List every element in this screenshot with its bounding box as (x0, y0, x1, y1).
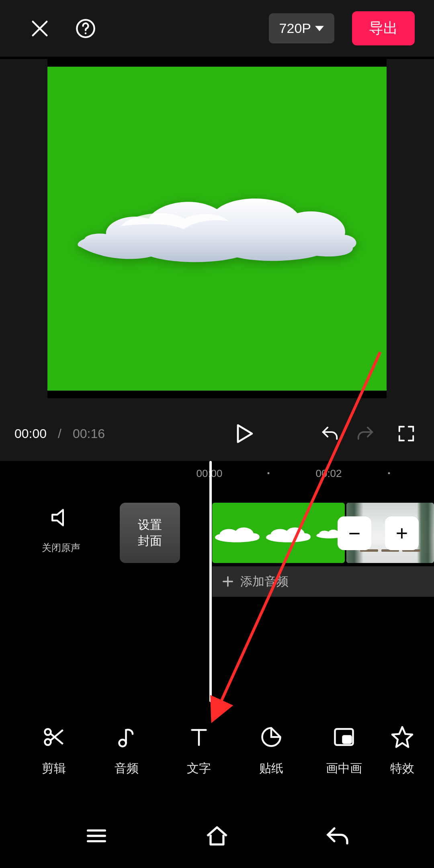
playhead[interactable] (209, 461, 212, 702)
time-separator: / (58, 426, 61, 441)
export-button[interactable]: 导出 (352, 11, 415, 45)
zoom-in-button[interactable]: + (385, 516, 419, 550)
nav-back[interactable] (315, 820, 360, 852)
help-button[interactable] (72, 14, 100, 43)
mute-label: 关闭原声 (37, 541, 85, 554)
bottom-toolbar: 剪辑 音频 文字 贴纸 画中画 特效 (0, 710, 434, 791)
preview-area (0, 59, 434, 401)
home-icon (204, 823, 230, 849)
resolution-select[interactable]: 720P (269, 13, 334, 43)
tool-audio[interactable]: 音频 (90, 725, 162, 777)
tool-pip[interactable]: 画中画 (308, 725, 380, 777)
total-duration: 00:16 (73, 426, 105, 441)
ruler-dot (388, 472, 390, 474)
undo-button[interactable] (317, 420, 343, 447)
add-audio-label: 添加音频 (240, 573, 289, 590)
video-track: 关闭原声 设置 封面 − + (0, 503, 434, 571)
clip-1[interactable] (212, 503, 345, 563)
svg-point-12 (119, 739, 126, 746)
video-canvas[interactable] (47, 59, 387, 398)
timeline-ruler[interactable]: 00:00 00:02 (0, 461, 434, 485)
timeline[interactable]: 00:00 00:02 关闭原声 设置 封面 (0, 461, 434, 710)
resolution-label: 720P (279, 20, 311, 36)
star-icon (390, 725, 414, 749)
current-time: 00:00 (14, 426, 47, 441)
app-root: 720P 导出 (0, 0, 434, 868)
sticker-icon (259, 725, 283, 749)
svg-rect-16 (343, 736, 351, 743)
tool-trim[interactable]: 剪辑 (18, 725, 90, 777)
system-navbar (0, 804, 434, 868)
music-note-icon (115, 725, 139, 749)
add-audio-track[interactable]: 添加音频 (212, 566, 434, 597)
ruler-dot (268, 472, 270, 474)
player-bar: 00:00 / 00:16 (0, 401, 434, 461)
cloud-graphic (72, 175, 362, 271)
svg-point-3 (85, 32, 87, 34)
tool-effects[interactable]: 特效 (380, 725, 424, 777)
nav-home[interactable] (195, 820, 239, 852)
nav-recent[interactable] (74, 820, 119, 852)
menu-icon (84, 823, 109, 849)
plus-icon (221, 575, 235, 588)
mute-original-button[interactable]: 关闭原声 (37, 506, 85, 554)
back-icon (325, 823, 350, 849)
clip-thumb (264, 523, 313, 543)
svg-marker-4 (238, 425, 252, 442)
green-screen (47, 67, 387, 391)
play-button[interactable] (227, 418, 260, 450)
text-icon (187, 725, 211, 749)
scissors-icon (42, 725, 66, 749)
cover-button[interactable]: 设置 封面 (120, 503, 180, 563)
ruler-tick-1: 00:02 (315, 467, 342, 480)
fullscreen-button[interactable] (393, 420, 420, 447)
clip-thumb (213, 523, 262, 543)
close-button[interactable] (26, 14, 54, 43)
chevron-down-icon (315, 24, 324, 33)
picture-in-picture-icon (332, 725, 356, 749)
header: 720P 导出 (0, 0, 434, 57)
speaker-icon (49, 506, 73, 529)
zoom-out-button[interactable]: − (338, 516, 371, 550)
tool-sticker[interactable]: 贴纸 (235, 725, 307, 777)
redo-button (352, 420, 379, 447)
tool-text[interactable]: 文字 (163, 725, 235, 777)
